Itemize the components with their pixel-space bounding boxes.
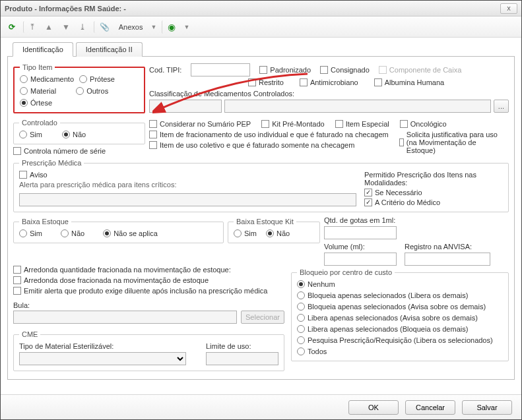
group-baixa-estoque-kit: Baixa Estoque Kit Sim Não [228, 218, 320, 243]
radio-bloqueio-nenhum[interactable]: Nenhum [297, 280, 503, 288]
input-bula[interactable] [13, 311, 237, 324]
input-class-med-code[interactable] [149, 100, 222, 113]
radio-baixa-kit-sim[interactable]: Sim [234, 229, 257, 237]
go-last-icon[interactable]: ⤓ [77, 21, 88, 33]
check-controla-serie[interactable]: Controla número de série [13, 147, 106, 155]
check-kit-premontado[interactable]: Kit Pré-Montado [261, 120, 324, 128]
check-padronizado[interactable]: Padronizado [259, 66, 311, 74]
label-anvisa: Registro na ANVISA: [405, 243, 490, 251]
legend-prescricao: Prescrição Médica [19, 159, 84, 167]
label-tipo-material: Tipo de Material Esterilizável: [19, 342, 186, 350]
group-bloqueio: Bloqueio por centro de custo Nenhum Bloq… [291, 268, 509, 361]
footer: OK Cancelar Salvar [1, 394, 521, 419]
label-gotas: Qtd. de gotas em 1ml: [324, 216, 509, 224]
radio-outros[interactable]: Outros [76, 87, 108, 95]
content: Identificação Identificação II Tipo Item… [1, 38, 521, 394]
check-criterio-medico[interactable]: A Critério do Médico [364, 198, 503, 206]
salvar-button[interactable]: Salvar [462, 400, 512, 415]
label-limite-uso: Limite de uso: [206, 342, 278, 350]
window-title: Produto - Informações RM Saúde: - [5, 5, 126, 13]
processes-dropdown-icon[interactable]: ▼ [183, 24, 189, 30]
anexos-button[interactable]: Anexos [116, 23, 146, 31]
check-solicita-justificativa[interactable]: Solicita justificativa para uso (na Movi… [399, 131, 505, 154]
radio-baixa-kit-nao[interactable]: Não [266, 229, 290, 237]
input-anvisa[interactable] [405, 253, 490, 266]
go-up-icon[interactable]: ▲ [42, 21, 55, 33]
legend-baixa-estoque: Baixa Estoque [19, 218, 71, 225]
radio-protese[interactable]: Prótese [79, 75, 115, 83]
check-componente-caixa: Componente de Caixa [379, 66, 461, 74]
cancelar-button[interactable]: Cancelar [405, 400, 455, 415]
group-cme: CME Tipo de Material Esterilizável: Limi… [13, 330, 284, 371]
check-coletivo[interactable]: Item de uso coletivo e que é faturado so… [149, 141, 389, 149]
group-baixa-estoque: Baixa Estoque Sim Não Não se aplica [13, 218, 224, 243]
check-item-especial[interactable]: Item Especial [335, 120, 389, 128]
legend-cme: CME [19, 330, 40, 338]
select-tipo-material[interactable] [19, 352, 186, 365]
tab-identificacao2[interactable]: Identificação II [76, 42, 143, 57]
radio-bloqueio-b3[interactable]: Libera apenas selecionados (Avisa sobre … [297, 314, 503, 322]
group-prescricao: Prescrição Médica Aviso Alerta para pres… [13, 159, 509, 212]
check-antimicrobiano[interactable]: Antimicrobiano [300, 78, 358, 86]
check-oncologico[interactable]: Oncológico [400, 120, 447, 128]
check-se-necessario[interactable]: Se Necessário [364, 189, 503, 196]
radio-medicamento[interactable]: Medicamento [20, 75, 74, 83]
input-class-med-desc[interactable] [224, 100, 491, 113]
legend-baixa-kit: Baixa Estoque Kit [234, 218, 296, 225]
check-aviso[interactable]: Aviso [19, 171, 356, 179]
radio-ortese[interactable]: Órtese [20, 99, 52, 107]
check-albumina[interactable]: Albumina Humana [374, 78, 445, 86]
go-first-icon[interactable]: ⤒ [23, 21, 38, 33]
radio-controlado-sim[interactable]: Sim [19, 131, 42, 138]
label-cod-tipi: Cod. TIPI: [149, 66, 181, 74]
window: Produto - Informações RM Saúde: - x ⟳ ⤒ … [0, 0, 522, 420]
legend-tipo-item: Tipo Item [20, 63, 55, 71]
attach-icon[interactable]: 📎 [94, 21, 112, 33]
check-fracionamento[interactable]: Item de fracionamento de uso individual … [149, 131, 389, 138]
tabs: Identificação Identificação II [7, 42, 515, 57]
check-restrito[interactable]: Restrito [248, 78, 284, 86]
titlebar: Produto - Informações RM Saúde: - x [1, 1, 521, 16]
radio-bloqueio-todos[interactable]: Todos [297, 347, 503, 355]
check-sumario-pep[interactable]: Considerar no Sumário PEP [149, 120, 251, 128]
radio-baixa-sim[interactable]: Sim [19, 229, 42, 237]
tab-panel: Tipo Item Medicamento Prótese Material O… [7, 57, 515, 380]
radio-baixa-nao[interactable]: Não [61, 229, 84, 237]
input-volume[interactable] [324, 253, 397, 266]
go-down-icon[interactable]: ▼ [59, 21, 73, 33]
input-alerta-criticos[interactable] [19, 193, 356, 206]
check-arredonda-qtd[interactable]: Arredonda quantidade fracionada na movim… [13, 266, 284, 274]
label-alerta-criticos: Alerta para prescrição médica para itens… [19, 181, 356, 189]
processes-icon[interactable]: ◉ [162, 20, 178, 34]
radio-baixa-na[interactable]: Não se aplica [103, 229, 158, 237]
anexos-dropdown-icon[interactable]: ▼ [150, 24, 156, 30]
label-volume: Volume (ml): [324, 243, 397, 251]
label-bula: Bula: [13, 301, 30, 309]
ok-button[interactable]: OK [348, 400, 399, 415]
input-limite-uso[interactable] [206, 352, 278, 365]
label-permitido-modalidades: Permitido Prescrição dos Itens nas Modal… [364, 171, 503, 187]
legend-controlado: Controlado [19, 119, 60, 127]
lookup-class-med-button[interactable]: ... [494, 100, 509, 113]
legend-bloqueio: Bloqueio por centro de custo [297, 268, 395, 276]
check-consignado[interactable]: Consignado [320, 66, 370, 74]
input-cod-tipi[interactable] [191, 63, 250, 76]
refresh-icon[interactable]: ⟳ [6, 21, 18, 33]
check-emitir-alerta-diluente[interactable]: Emitir alerta que produto exige diluente… [13, 287, 284, 295]
input-gotas[interactable] [324, 226, 397, 239]
radio-bloqueio-b2[interactable]: Bloqueia apenas selecionados (Avisa sobr… [297, 303, 503, 311]
tab-identificacao[interactable]: Identificação [13, 42, 73, 57]
close-icon[interactable]: x [500, 3, 517, 14]
radio-material[interactable]: Material [20, 87, 56, 95]
check-arredonda-dose[interactable]: Arredonda dose fracionada na movimentaçã… [13, 276, 284, 284]
radio-bloqueio-b1[interactable]: Bloqueia apenas selecionados (Libera os … [297, 291, 503, 299]
radio-bloqueio-b5[interactable]: Pesquisa Prescrição/Requisição (Libera o… [297, 336, 503, 344]
label-class-med: Classificação de Medicamentos Controlado… [149, 90, 509, 98]
radio-bloqueio-b4[interactable]: Libera apenas selecionados (Bloqueia os … [297, 325, 503, 333]
toolbar: ⟳ ⤒ ▲ ▼ ⤓ 📎 Anexos ▼ ◉ ▼ [1, 16, 521, 38]
group-controlado: Controlado Sim Não [13, 119, 145, 144]
radio-controlado-nao[interactable]: Não [62, 131, 86, 138]
group-tipo-item: Tipo Item Medicamento Prótese Material O… [13, 63, 145, 113]
selecionar-bula-button: Selecionar [241, 311, 284, 324]
